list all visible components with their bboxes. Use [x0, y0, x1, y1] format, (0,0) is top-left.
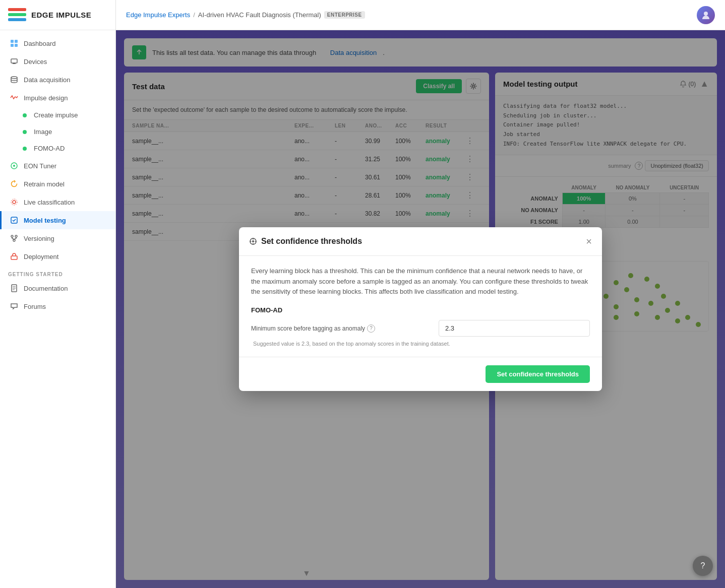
svg-point-13 — [15, 235, 17, 237]
svg-point-20 — [704, 12, 708, 16]
svg-rect-3 — [15, 44, 18, 47]
confidence-thresholds-modal: Set confidence thresholds × Every learni… — [239, 227, 602, 391]
enterprise-badge: ENTERPRISE — [324, 11, 365, 19]
set-thresholds-button[interactable]: Set confidence thresholds — [486, 365, 590, 383]
form-row: Minimum score before tagging as anomaly … — [251, 320, 590, 337]
impulse-design-icon — [10, 93, 19, 102]
sidebar-item-label: Versioning — [24, 235, 54, 242]
logo-icon — [8, 8, 26, 22]
svg-point-26 — [252, 240, 254, 242]
getting-started-label: GETTING STARTED — [0, 266, 115, 279]
svg-rect-1 — [15, 40, 18, 43]
versioning-icon — [10, 234, 19, 243]
data-acquisition-icon — [10, 75, 19, 84]
sidebar-item-data-acquisition[interactable]: Data acquisition — [0, 71, 115, 89]
sidebar-item-dashboard[interactable]: Dashboard — [0, 34, 115, 52]
logo: EDGE IMPULSE — [0, 0, 115, 30]
breadcrumb-project: AI-driven HVAC Fault Diagnosis (Thermal) — [198, 11, 321, 19]
modal-body: Every learning block has a threshold. Th… — [239, 256, 602, 357]
live-classification-icon — [10, 198, 19, 207]
modal-footer: Set confidence thresholds — [239, 357, 602, 391]
sidebar-item-label: Deployment — [24, 253, 58, 260]
modal-overlay[interactable]: Set confidence thresholds × Every learni… — [116, 30, 725, 588]
deployment-icon — [10, 252, 19, 261]
logo-text: EDGE IMPULSE — [31, 11, 91, 19]
sidebar-item-create-impulse[interactable]: Create impulse — [0, 107, 115, 123]
user-avatar[interactable] — [697, 6, 715, 24]
sidebar-item-devices[interactable]: Devices — [0, 52, 115, 71]
sidebar-item-label: Retrain model — [24, 180, 65, 188]
svg-point-10 — [11, 199, 17, 205]
sidebar-item-label: Create impulse — [34, 111, 78, 119]
sidebar-item-eon-tuner[interactable]: EON Tuner — [0, 157, 115, 175]
sidebar-item-label: Impulse design — [24, 94, 68, 102]
sidebar-item-retrain-model[interactable]: Retrain model — [0, 175, 115, 193]
sidebar: EDGE IMPULSE Dashboard Devices — [0, 0, 116, 588]
model-testing-icon — [10, 216, 19, 225]
svg-rect-4 — [11, 59, 17, 63]
main-area: Edge Impulse Experts / AI-driven HVAC Fa… — [116, 0, 725, 588]
modal-title: Set confidence thresholds — [249, 237, 362, 246]
svg-rect-2 — [11, 44, 14, 47]
sidebar-item-live-classification[interactable]: Live classification — [0, 193, 115, 211]
nav-dot-create-impulse — [23, 113, 27, 117]
modal-close-button[interactable]: × — [586, 236, 592, 246]
sidebar-item-label: Image — [34, 128, 52, 136]
dashboard-icon — [10, 39, 19, 48]
eon-tuner-icon — [10, 161, 19, 170]
sidebar-item-label: Dashboard — [24, 40, 56, 47]
sidebar-item-deployment[interactable]: Deployment — [0, 247, 115, 266]
svg-rect-15 — [11, 256, 17, 259]
form-hint: Suggested value is 2.3, based on the top… — [253, 341, 590, 347]
svg-point-14 — [13, 239, 15, 241]
sidebar-item-label: Documentation — [24, 285, 68, 292]
sidebar-item-image[interactable]: Image — [0, 123, 115, 140]
forums-icon — [10, 302, 19, 311]
top-bar: Edge Impulse Experts / AI-driven HVAC Fa… — [116, 0, 725, 30]
threshold-input[interactable] — [439, 320, 590, 337]
svg-point-6 — [11, 77, 17, 79]
sidebar-nav: Dashboard Devices Data acquisition — [0, 30, 115, 588]
svg-point-9 — [13, 201, 16, 204]
svg-point-8 — [13, 165, 15, 167]
sidebar-item-impulse-design[interactable]: Impulse design — [0, 89, 115, 107]
sidebar-item-model-testing[interactable]: Model testing — [0, 211, 115, 229]
nav-dot-image — [23, 130, 27, 134]
breadcrumb-sep: / — [193, 11, 195, 19]
modal-header: Set confidence thresholds × — [239, 227, 602, 256]
sidebar-item-fomo-ad[interactable]: FOMO-AD — [0, 140, 115, 157]
sidebar-item-label: Live classification — [24, 199, 75, 206]
sidebar-item-label: Devices — [24, 58, 47, 66]
sidebar-item-label: EON Tuner — [24, 162, 56, 170]
sidebar-item-documentation[interactable]: Documentation — [0, 279, 115, 297]
documentation-icon — [10, 284, 19, 293]
modal-section-title: FOMO-AD — [251, 306, 590, 314]
content-area: This lists all test data. You can manage… — [116, 30, 725, 588]
svg-point-12 — [11, 235, 13, 237]
sidebar-item-label: FOMO-AD — [34, 145, 65, 152]
breadcrumb: Edge Impulse Experts / AI-driven HVAC Fa… — [126, 11, 365, 19]
sidebar-item-label: Model testing — [24, 217, 66, 224]
svg-rect-5 — [13, 63, 16, 64]
modal-description: Every learning block has a threshold. Th… — [251, 266, 590, 297]
nav-dot-fomo-ad — [23, 147, 27, 151]
breadcrumb-org[interactable]: Edge Impulse Experts — [126, 11, 190, 19]
svg-rect-0 — [11, 40, 14, 43]
sidebar-item-label: Data acquisition — [24, 76, 71, 84]
field-label: Minimum score before tagging as anomaly … — [251, 324, 433, 333]
retrain-model-icon — [10, 179, 19, 188]
sidebar-item-forums[interactable]: Forums — [0, 297, 115, 315]
devices-icon — [10, 57, 19, 66]
help-fab-button[interactable]: ? — [693, 556, 713, 576]
field-help-icon[interactable]: ? — [367, 324, 375, 333]
sidebar-item-label: Forums — [24, 303, 46, 310]
sidebar-item-versioning[interactable]: Versioning — [0, 229, 115, 247]
